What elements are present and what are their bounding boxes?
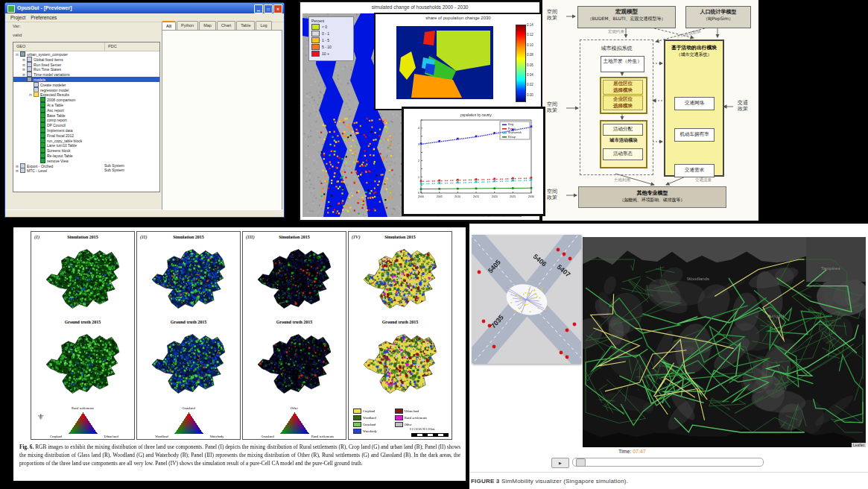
legend-swatch	[311, 37, 320, 43]
tree-row[interactable]: comp report	[13, 117, 159, 122]
tree-row[interactable]: ⊞MTC - LevelSub System	[13, 168, 159, 173]
seattle-map-figure: simulated change of households 2000 - 20…	[297, 0, 543, 222]
divider	[469, 472, 868, 473]
triangle-top-label: Grassland	[137, 406, 240, 410]
macro-model-box: 宏观模型 （BUDEM、BLUTI、宏观交通模型等）	[577, 6, 676, 28]
tree-col-pdc[interactable]: PDC	[105, 42, 117, 51]
tree-row[interactable]: Lane turn10 Table	[13, 142, 159, 148]
leaflet-attribution[interactable]: Leaflet	[852, 443, 866, 447]
play-button[interactable]: ▶	[551, 458, 569, 468]
tree-row[interactable]: ⊟models	[13, 77, 159, 82]
tab-python[interactable]: Python	[177, 21, 198, 30]
landuse-label: Woodland	[363, 416, 376, 420]
intersection-canvas	[472, 235, 581, 364]
triangle-right-label: Urban land	[91, 435, 131, 438]
tree-row[interactable]: ⊞Run fixed Server	[13, 62, 159, 67]
landuse-label: Rural settlements	[405, 416, 427, 420]
triangle-legend-canvas	[279, 411, 309, 434]
scalebar-label: 0 15 30 60 90 120 km	[410, 428, 434, 431]
tree-row[interactable]: Asc report	[13, 107, 159, 113]
tree-row[interactable]: At a Table	[13, 102, 159, 107]
tree-row[interactable]: Final fiscal 2012	[13, 133, 159, 138]
fig6-panel: (III)Simulation 2015Ground truth 2015Oth…	[242, 231, 346, 440]
triangle-legend-canvas	[174, 411, 203, 434]
tree-row[interactable]: ⊞Export - OrchedSub System	[13, 163, 159, 168]
node-icon	[20, 168, 25, 173]
tree-row[interactable]: remove View	[13, 158, 159, 163]
tree-row[interactable]: regression model	[13, 87, 159, 92]
time-slider[interactable]	[572, 458, 764, 467]
population-chart-canvas	[405, 110, 538, 209]
traffic-arrow-note: 交通流量	[695, 177, 712, 183]
ground-truth-title: Ground truth 2015	[243, 320, 346, 324]
tab-all[interactable]: All	[162, 21, 176, 30]
fig6-panel: (IV)Simulation 2015Ground truth 2015Crop…	[348, 231, 452, 440]
tree-row-col2: Sub System	[104, 163, 124, 168]
colorbar-tick-label: 0.00	[527, 93, 533, 97]
tab-chart[interactable]: Chart	[217, 21, 235, 30]
preview-pane: AllPythonMapChartTableLog	[162, 21, 282, 212]
tree-row[interactable]: ⊟Expected Results	[13, 92, 159, 97]
tree-row[interactable]: run_copy_table block	[13, 138, 159, 143]
opus-window: OpusGui - [Previewer] ▁ □ ✕ ProjectPrefe…	[4, 2, 285, 218]
landuse-swatch	[353, 429, 361, 434]
slider-thumb[interactable]	[576, 458, 586, 467]
colorbar-tick-label: 0.02	[527, 83, 533, 86]
maximize-button[interactable]: □	[264, 4, 273, 13]
policy-label-left-top: 空间政策	[547, 9, 559, 21]
policy-label-right: 交通政策	[738, 100, 750, 112]
intersection-inset	[472, 235, 581, 364]
minimize-button[interactable]: ▁	[254, 4, 263, 13]
tree-col-geo[interactable]: GEO	[13, 42, 105, 51]
triangle-left-label: Cropland	[37, 435, 75, 438]
landuse-label: Waterbody	[363, 429, 377, 433]
figure3-caption-label: FIGURE 3	[471, 478, 500, 485]
tree-row[interactable]: Create modeler	[13, 82, 159, 87]
tab-bar: AllPythonMapChartTableLog	[162, 21, 282, 30]
app-icon	[7, 5, 15, 13]
colorbar-tick-label: 0.08	[527, 53, 533, 57]
tree-row[interactable]: ⊞Time model variations	[13, 72, 159, 77]
activity-group: 活动分配 城市活动模块 活动形态	[600, 120, 647, 168]
tab-content	[162, 30, 282, 212]
tab-log[interactable]: Log	[256, 21, 271, 30]
ground-truth-title: Ground truth 2015	[31, 320, 134, 324]
tree-row[interactable]: DP Council	[13, 122, 159, 127]
simulation-map-canvas	[248, 242, 340, 317]
tree-row[interactable]: Screens block	[13, 148, 159, 153]
tree-row[interactable]: Base Table	[13, 113, 159, 118]
tree-row[interactable]: ⊞Run Time States	[13, 66, 159, 72]
seattle-page: simulated change of households 2000 - 20…	[299, 1, 541, 221]
triangle-left-label: Woodland	[143, 435, 180, 438]
menu-item-project[interactable]: Project	[10, 15, 25, 20]
window-title-bar[interactable]: OpusGui - [Previewer] ▁ □ ✕	[5, 3, 284, 13]
tree-row[interactable]: ⊞Global fixed items	[13, 57, 159, 62]
choropleth-canvas	[381, 25, 508, 102]
menu-item-preferences[interactable]: Preferences	[31, 15, 57, 20]
legend-label: 1 - 5	[322, 38, 329, 42]
time-label: Time: 07:47	[618, 449, 646, 454]
triangle-left-label: Grassland	[249, 435, 286, 438]
tree-row[interactable]: 2008 comparison	[13, 97, 159, 102]
population-model-box: 人口统计学模型 （BJPopSim）	[685, 6, 751, 28]
triangle-legend-canvas	[68, 411, 98, 434]
landuse-label: Other	[405, 423, 412, 426]
tree-row[interactable]: ⊟urban_system_computer	[13, 51, 159, 57]
simulation-map-canvas	[37, 242, 129, 317]
close-button[interactable]: ✕	[273, 4, 282, 13]
singapore-map[interactable]: veh/lane/km 0-11-1010-2020-6060-100100-2…	[583, 237, 866, 447]
tab-table[interactable]: Table	[236, 21, 255, 30]
ground-truth-map-canvas	[37, 327, 129, 402]
singapore-map-canvas[interactable]	[583, 237, 866, 447]
landuse-legend-item: Waterbody	[353, 428, 377, 434]
fig6-caption: Fig. 6. RGB images to exhibit the mixing…	[19, 444, 460, 468]
tree-row[interactable]: Implement data	[13, 127, 159, 133]
landuse-swatch	[353, 422, 361, 427]
population-chart-inset	[402, 107, 545, 216]
tree-row[interactable]: Re-layout Table	[13, 153, 159, 158]
tab-map[interactable]: Map	[199, 21, 216, 30]
other-models-box: 其他专业模型 （如能耗、环境影响、碳排放等）	[578, 186, 726, 208]
landuse-swatch	[395, 422, 403, 427]
landuse-label: Urban land	[405, 409, 419, 413]
landuse-swatch	[395, 415, 403, 420]
